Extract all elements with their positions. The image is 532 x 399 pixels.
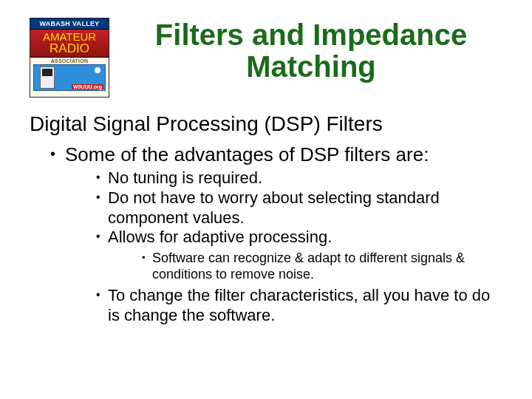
logo-badge: WABASH VALLEY AMATEUR RADIO ASSOCIATION … (30, 18, 109, 98)
list-item: Allows for adaptive processing. Software… (95, 228, 502, 283)
logo-assoc-text: ASSOCIATION (30, 58, 109, 64)
list-item-text: Software can recognize & adapt to differ… (152, 250, 465, 282)
logo-mid: AMATEUR RADIO (30, 30, 109, 58)
list-item-text: Allows for adaptive processing. (108, 228, 332, 246)
list-item: Some of the advantages of DSP filters ar… (49, 143, 502, 326)
logo-top-text: WABASH VALLEY (30, 18, 109, 30)
bullet-list-level3: Software can recognize & adapt to differ… (140, 250, 502, 283)
sun-icon (95, 67, 100, 73)
section-heading: Digital Signal Processing (DSP) Filters (30, 112, 502, 136)
slide: WABASH VALLEY AMATEUR RADIO ASSOCIATION … (0, 0, 532, 399)
slide-header: WABASH VALLEY AMATEUR RADIO ASSOCIATION … (30, 18, 502, 98)
slide-content: Digital Signal Processing (DSP) Filters … (30, 112, 502, 326)
logo-line1: AMATEUR (32, 31, 107, 42)
slide-title: Filters and Impedance Matching (120, 18, 502, 83)
logo-illustration: W9UUU.org (33, 64, 106, 91)
list-item-text: Do not have to worry about selecting sta… (108, 188, 440, 227)
list-item: Software can recognize & adapt to differ… (140, 250, 502, 283)
club-logo: WABASH VALLEY AMATEUR RADIO ASSOCIATION … (30, 18, 109, 98)
radio-icon (40, 66, 55, 89)
list-item: Do not have to worry about selecting sta… (95, 188, 502, 228)
list-item-text: No tuning is required. (108, 168, 262, 187)
list-item-text: Some of the advantages of DSP filters ar… (65, 143, 429, 166)
logo-line2: RADIO (32, 42, 107, 55)
bullet-list-level2: No tuning is required. Do not have to wo… (95, 168, 502, 326)
list-item: No tuning is required. (95, 168, 502, 188)
logo-url: W9UUU.org (72, 84, 103, 89)
list-item-text: To change the filter characteristics, al… (108, 286, 490, 324)
list-item: To change the filter characteristics, al… (95, 286, 502, 326)
bullet-list-level1: Some of the advantages of DSP filters ar… (49, 143, 502, 326)
